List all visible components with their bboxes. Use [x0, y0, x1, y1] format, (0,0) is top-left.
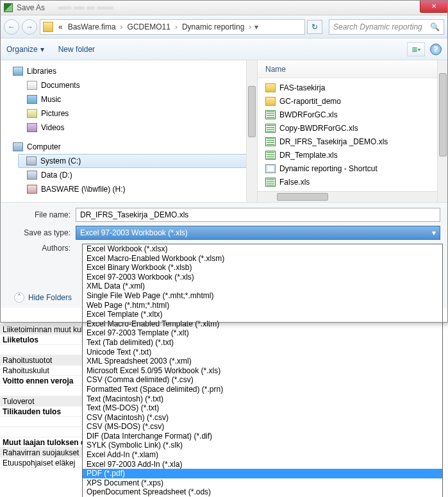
file-list-pane: Name FAS-tasekirjaGC-raportit_demoBWDRFo…: [258, 60, 448, 202]
spreadsheet-cell: Rahavirran suojaukset: [0, 448, 82, 458]
filetype-option[interactable]: CSV (Macintosh) (*.csv): [83, 413, 442, 423]
breadcrumb-item[interactable]: BasWare.fima: [65, 22, 119, 31]
tree-computer[interactable]: Computer: [4, 140, 257, 154]
window-title: Save As: [17, 3, 45, 12]
filetype-option[interactable]: Excel 97-2003 Workbook (*.xls): [83, 273, 442, 282]
chevron-right-icon: ›: [119, 22, 125, 31]
libraries-icon: [13, 67, 23, 76]
file-item[interactable]: DR_Template.xls: [260, 148, 448, 162]
chevron-up-icon: ˄: [14, 292, 24, 303]
xls-icon: [265, 124, 276, 133]
close-button[interactable]: ✕: [420, 0, 448, 13]
tree-pictures[interactable]: Pictures: [4, 106, 257, 121]
folder-icon: [265, 97, 276, 106]
filetype-option[interactable]: CSV (MS-DOS) (*.csv): [83, 422, 442, 432]
breadcrumb-dropdown[interactable]: ▾: [253, 22, 262, 31]
back-button[interactable]: ←: [4, 19, 19, 35]
folder-icon: [265, 83, 276, 92]
breadcrumb[interactable]: « BasWare.fima › GCDEMO11 › Dynamic repo…: [40, 19, 305, 35]
filetype-option[interactable]: CSV (Comma delimited) (*.csv): [83, 375, 442, 385]
file-item[interactable]: False.xls: [260, 175, 448, 189]
search-placeholder: Search Dynamic reporting: [333, 22, 422, 31]
filetype-option[interactable]: XML Spreadsheet 2003 (*.xml): [83, 357, 442, 366]
filetype-option[interactable]: Text (Macintosh) (*.txt): [83, 394, 442, 404]
tree-scrollbar[interactable]: [246, 60, 257, 202]
filetype-option[interactable]: Microsoft Excel 5.0/95 Workbook (*.xls): [83, 366, 442, 376]
file-item[interactable]: DR_IFRS_Tasekirja _DEMO.xls: [260, 135, 448, 148]
file-item[interactable]: Dynamic reporting - Shortcut: [260, 162, 448, 175]
breadcrumb-root-dd[interactable]: «: [56, 22, 65, 31]
xls-icon: [265, 110, 276, 119]
filetype-option[interactable]: Excel Workbook (*.xlsx): [83, 244, 442, 254]
drive-icon: [26, 156, 37, 165]
filetype-option[interactable]: Unicode Text (*.txt): [83, 348, 442, 357]
tree-network-drive[interactable]: BASWARE (\\bwfile) (H:): [4, 182, 257, 196]
tree-documents[interactable]: Documents: [4, 78, 257, 92]
spreadsheet-cell: Etuuspohjaiset eläkej: [0, 458, 82, 468]
filetype-option[interactable]: OpenDocument Spreadsheet (*.ods): [83, 487, 442, 497]
filetype-option[interactable]: Single File Web Page (*.mht;*.mhtml): [83, 291, 442, 301]
pictures-icon: [27, 109, 37, 118]
spreadsheet-cell: Liiketulos: [0, 335, 82, 345]
filetype-option[interactable]: Formatted Text (Space delimited) (*.prn): [83, 385, 442, 394]
navigation-tree: Libraries Documents Music Pictures Video…: [0, 60, 258, 202]
filetype-option[interactable]: PDF (*.pdf): [83, 469, 442, 478]
refresh-button[interactable]: ↻: [307, 20, 322, 34]
filetype-option[interactable]: Text (MS-DOS) (*.txt): [83, 403, 442, 413]
filetype-option[interactable]: Excel Macro-Enabled Template (*.xltm): [83, 319, 442, 329]
chevron-right-icon: ›: [247, 22, 253, 31]
breadcrumb-item[interactable]: GCDEMO11: [125, 22, 173, 31]
xls-icon: [265, 151, 276, 160]
spreadsheet-cell: Tilikauden tulos: [0, 407, 82, 417]
filetype-option[interactable]: Excel 97-2003 Add-In (*.xla): [83, 460, 442, 469]
chevron-down-icon: ▾: [40, 45, 44, 54]
filetype-option[interactable]: Excel Macro-Enabled Workbook (*.xlsm): [83, 254, 442, 264]
new-folder-button[interactable]: New folder: [58, 45, 95, 54]
organize-button[interactable]: Organize▾: [6, 45, 44, 54]
file-item[interactable]: BWDRForGC.xls: [260, 108, 448, 121]
drive-icon: [27, 171, 37, 180]
column-header[interactable]: Name: [258, 60, 448, 78]
saveastype-dropdown[interactable]: Excel 97-2003 Workbook (*.xls) ▾: [76, 226, 440, 240]
filetype-option[interactable]: Excel Add-In (*.xlam): [83, 450, 442, 460]
filetype-option[interactable]: SYLK (Symbolic Link) (*.slk): [83, 441, 442, 450]
titlebar: Save As ▪▪▪▪▪ ▪▪▪▪ ▪▪▪ ▪▪▪▪▪▪ ✕: [0, 0, 448, 15]
search-input[interactable]: Search Dynamic reporting 🔍: [329, 19, 444, 35]
breadcrumb-item[interactable]: Dynamic reporting: [179, 22, 247, 31]
tree-music[interactable]: Music: [4, 92, 257, 106]
view-options-button[interactable]: ≣ ▾: [407, 42, 425, 56]
filetype-option[interactable]: Web Page (*.htm;*.html): [83, 301, 442, 310]
tree-data-drive[interactable]: Data (D:): [4, 168, 257, 182]
file-item[interactable]: FAS-tasekirja: [260, 81, 448, 94]
spreadsheet-cell: Rahoituskulut: [0, 366, 82, 376]
music-icon: [27, 95, 37, 104]
computer-icon: [13, 142, 23, 151]
saveastype-label: Save as type:: [5, 228, 76, 237]
filetype-option[interactable]: XPS Document (*.xps): [83, 478, 442, 488]
filetype-option[interactable]: Excel 97-2003 Template (*.xlt): [83, 328, 442, 338]
file-item[interactable]: Copy-BWDRForGC.xls: [260, 121, 448, 135]
spreadsheet-cell: Rahoitustuotot: [0, 355, 82, 366]
tree-videos[interactable]: Videos: [4, 121, 257, 135]
spreadsheet-cell: [0, 427, 82, 437]
help-button[interactable]: ?: [430, 44, 442, 55]
file-item[interactable]: GC-raportit_demo: [260, 94, 448, 108]
folder-icon: [43, 22, 53, 32]
xls-icon: [265, 178, 276, 187]
saveastype-options-list[interactable]: Excel Workbook (*.xlsx)Excel Macro-Enabl…: [82, 244, 443, 497]
excel-icon: [4, 3, 13, 12]
tree-libraries[interactable]: Libraries: [4, 64, 257, 78]
forward-button[interactable]: →: [22, 19, 37, 35]
filetype-option[interactable]: DIF (Data Interchange Format) (*.dif): [83, 432, 442, 441]
tree-system-drive[interactable]: System (C:): [18, 154, 253, 168]
network-drive-icon: [27, 185, 37, 194]
filelist-hscrollbar[interactable]: [258, 191, 437, 202]
filetype-option[interactable]: Excel Template (*.xltx): [83, 310, 442, 319]
filelist-vscrollbar[interactable]: [437, 60, 448, 202]
spreadsheet-cell: [0, 345, 82, 355]
spreadsheet-cell: Muut laajan tuloksen er: [0, 437, 82, 448]
filename-input[interactable]: DR_IFRS_Tasekirja _DEMO.xls: [76, 208, 440, 222]
filetype-option[interactable]: Excel Binary Workbook (*.xlsb): [83, 263, 442, 273]
filetype-option[interactable]: Text (Tab delimited) (*.txt): [83, 338, 442, 348]
filetype-option[interactable]: XML Data (*.xml): [83, 282, 442, 291]
